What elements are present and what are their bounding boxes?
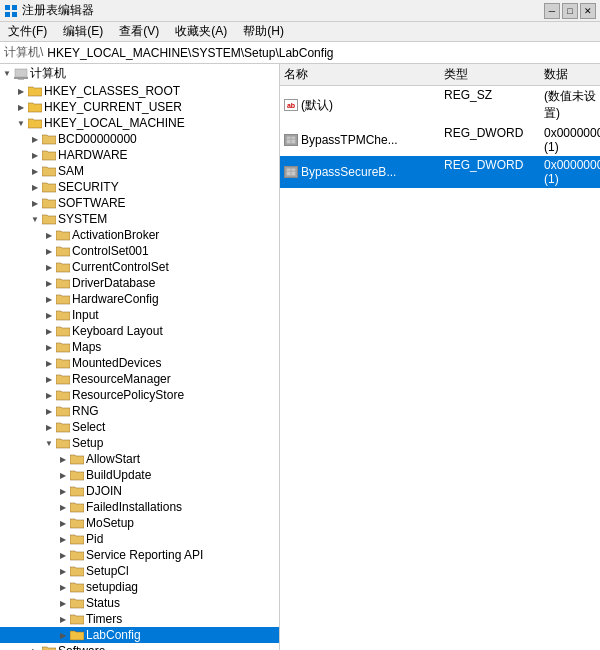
expand-icon[interactable]: ▶ [56, 580, 70, 594]
tree-node-mounteddevices[interactable]: ▶ MountedDevices [0, 355, 279, 371]
folder-icon [56, 389, 70, 401]
tree-node-currentcontrolset[interactable]: ▶ CurrentControlSet [0, 259, 279, 275]
tree-node-maps[interactable]: ▶ Maps [0, 339, 279, 355]
folder-icon [28, 85, 42, 97]
menu-file[interactable]: 文件(F) [4, 23, 51, 40]
tree-node-system[interactable]: ▼ SYSTEM [0, 211, 279, 227]
tree-node-input[interactable]: ▶ Input [0, 307, 279, 323]
address-bar: 计算机\ HKEY_LOCAL_MACHINE\SYSTEM\Setup\Lab… [0, 42, 600, 64]
tree-node-allowstart[interactable]: ▶ AllowStart [0, 451, 279, 467]
expand-icon[interactable]: ▶ [42, 404, 56, 418]
tree-node-status[interactable]: ▶ Status [0, 595, 279, 611]
expand-icon[interactable]: ▶ [56, 596, 70, 610]
expand-icon[interactable]: ▶ [28, 196, 42, 210]
expand-icon[interactable]: ▶ [42, 308, 56, 322]
expand-icon[interactable]: ▶ [42, 388, 56, 402]
tree-node-labconfig[interactable]: ▶ LabConfig [0, 627, 279, 643]
tree-node-bcd[interactable]: ▶ BCD00000000 [0, 131, 279, 147]
expand-icon[interactable]: ▶ [56, 548, 70, 562]
menu-favorites[interactable]: 收藏夹(A) [171, 23, 231, 40]
expand-icon[interactable]: ▶ [56, 500, 70, 514]
node-label: 计算机 [30, 65, 66, 82]
expand-icon[interactable]: ▶ [28, 180, 42, 194]
tree-node-rng[interactable]: ▶ RNG [0, 403, 279, 419]
tree-pane[interactable]: ▼ 计算机▶ HKEY_CLASSES_ROOT▶ HKEY_CURRENT_U… [0, 64, 280, 650]
menu-help[interactable]: 帮助(H) [239, 23, 288, 40]
expand-icon[interactable]: ▶ [56, 564, 70, 578]
expand-icon[interactable]: ▶ [56, 532, 70, 546]
expand-icon[interactable]: ▶ [56, 484, 70, 498]
tree-node-classes_root[interactable]: ▶ HKEY_CLASSES_ROOT [0, 83, 279, 99]
tree-node-local_machine[interactable]: ▼ HKEY_LOCAL_MACHINE [0, 115, 279, 131]
expand-computer[interactable]: ▼ [0, 67, 14, 81]
menu-edit[interactable]: 编辑(E) [59, 23, 107, 40]
tree-node-servicereporting[interactable]: ▶ Service Reporting API [0, 547, 279, 563]
expand-icon[interactable]: ▼ [14, 116, 28, 130]
expand-icon[interactable]: ▶ [56, 468, 70, 482]
expand-icon[interactable]: ▶ [42, 260, 56, 274]
tree-node-hardware[interactable]: ▶ HARDWARE [0, 147, 279, 163]
expand-icon[interactable]: ▶ [42, 276, 56, 290]
expand-icon[interactable]: ▶ [28, 132, 42, 146]
tree-node-djoin[interactable]: ▶ DJOIN [0, 483, 279, 499]
ab-icon: ab [284, 99, 298, 111]
tree-node-resourcemanager[interactable]: ▶ ResourceManager [0, 371, 279, 387]
tree-node-activationbroker[interactable]: ▶ ActivationBroker [0, 227, 279, 243]
tree-node-security[interactable]: ▶ SECURITY [0, 179, 279, 195]
menu-view[interactable]: 查看(V) [115, 23, 163, 40]
node-label: Service Reporting API [86, 548, 203, 562]
tree-node-hardwareconfig[interactable]: ▶ HardwareConfig [0, 291, 279, 307]
expand-icon[interactable]: ▶ [56, 452, 70, 466]
expand-icon[interactable]: ▶ [42, 292, 56, 306]
tree-node-driverdatabase[interactable]: ▶ DriverDatabase [0, 275, 279, 291]
detail-row[interactable]: BypassTPMChe... REG_DWORD 0x00000001 (1) [280, 124, 600, 156]
node-label: SECURITY [58, 180, 119, 194]
tree-node-setup[interactable]: ▼ Setup [0, 435, 279, 451]
tree-node-timers[interactable]: ▶ Timers [0, 611, 279, 627]
tree-node-sam[interactable]: ▶ SAM [0, 163, 279, 179]
node-label: AllowStart [86, 452, 140, 466]
tree-node-setupcl[interactable]: ▶ SetupCl [0, 563, 279, 579]
tree-node-current_user[interactable]: ▶ HKEY_CURRENT_USER [0, 99, 279, 115]
tree-node-buildupdate[interactable]: ▶ BuildUpdate [0, 467, 279, 483]
expand-icon[interactable]: ▶ [42, 420, 56, 434]
tree-node-mosetup[interactable]: ▶ MoSetup [0, 515, 279, 531]
tree-node-setupdiag[interactable]: ▶ setupdiag [0, 579, 279, 595]
expand-icon[interactable]: ▶ [14, 100, 28, 114]
tree-node-controlset001[interactable]: ▶ ControlSet001 [0, 243, 279, 259]
expand-icon[interactable]: ▶ [42, 372, 56, 386]
window-controls: ─ □ ✕ [544, 3, 596, 19]
expand-icon[interactable]: ▶ [28, 164, 42, 178]
tree-node-select[interactable]: ▶ Select [0, 419, 279, 435]
expand-icon[interactable]: ▶ [28, 148, 42, 162]
tree-node-failedinstallations[interactable]: ▶ FailedInstallations [0, 499, 279, 515]
expand-icon[interactable]: ▶ [42, 340, 56, 354]
tree-node-computer[interactable]: ▼ 计算机 [0, 64, 279, 83]
expand-icon[interactable]: ▶ [28, 644, 42, 650]
maximize-button[interactable]: □ [562, 3, 578, 19]
folder-icon [56, 293, 70, 305]
expand-icon[interactable]: ▼ [28, 212, 42, 226]
folder-icon [42, 133, 56, 145]
folder-icon [56, 261, 70, 273]
expand-icon[interactable]: ▼ [42, 436, 56, 450]
tree-node-software_hklm[interactable]: ▶ SOFTWARE [0, 195, 279, 211]
menu-bar: 文件(F) 编辑(E) 查看(V) 收藏夹(A) 帮助(H) [0, 22, 600, 42]
detail-row[interactable]: ab (默认) REG_SZ (数值未设置) [280, 86, 600, 124]
expand-icon[interactable]: ▶ [56, 516, 70, 530]
detail-row[interactable]: BypassSecureB... REG_DWORD 0x00000001 (1… [280, 156, 600, 188]
expand-icon[interactable]: ▶ [56, 612, 70, 626]
close-button[interactable]: ✕ [580, 3, 596, 19]
expand-icon[interactable]: ▶ [42, 228, 56, 242]
node-label: Status [86, 596, 120, 610]
expand-icon[interactable]: ▶ [42, 324, 56, 338]
tree-node-keyboardlayout[interactable]: ▶ Keyboard Layout [0, 323, 279, 339]
expand-icon[interactable]: ▶ [56, 628, 70, 642]
tree-node-software_bottom[interactable]: ▶ Software [0, 643, 279, 650]
expand-icon[interactable]: ▶ [42, 244, 56, 258]
tree-node-pid[interactable]: ▶ Pid [0, 531, 279, 547]
tree-node-resourcepolicystore[interactable]: ▶ ResourcePolicyStore [0, 387, 279, 403]
expand-icon[interactable]: ▶ [42, 356, 56, 370]
expand-icon[interactable]: ▶ [14, 84, 28, 98]
minimize-button[interactable]: ─ [544, 3, 560, 19]
